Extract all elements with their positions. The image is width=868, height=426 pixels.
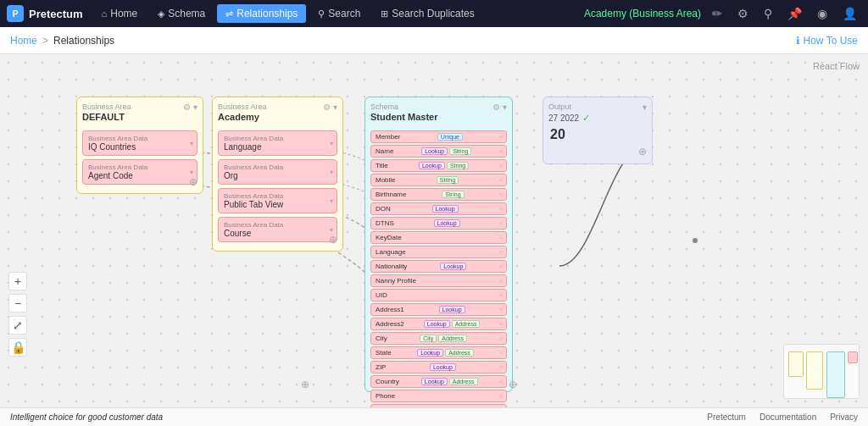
entity-label: Business Area Data <box>88 135 192 142</box>
schema-bottom-expand[interactable]: ⊕ <box>509 379 517 390</box>
field-address1[interactable]: Address1 Lookup › <box>370 303 507 316</box>
duplicates-icon: ⊞ <box>381 8 388 19</box>
entity-arrow: ▾ <box>190 169 193 176</box>
zoom-out-button[interactable]: − <box>8 294 27 313</box>
settings-icon[interactable]: ⚙ <box>733 5 753 22</box>
nav-search[interactable]: ⚲ Search <box>309 4 369 23</box>
output-number: 20 <box>550 127 647 142</box>
field-country[interactable]: Country LookupAddress › <box>370 375 507 388</box>
ba-default-settings[interactable]: ⚙ <box>183 102 191 112</box>
ba-default-collapse[interactable]: ⊕ <box>189 176 198 188</box>
how-to-use-link[interactable]: ℹ How To Use <box>796 35 858 47</box>
top-navigation: P Pretectum ⌂ Home ◈ Schema ⇌ Relationsh… <box>0 0 868 27</box>
field-state[interactable]: State LookupAddress › <box>370 346 507 359</box>
output-expand[interactable]: ⊕ <box>638 146 647 158</box>
field-name[interactable]: Name LookupString › <box>370 145 507 158</box>
field-don[interactable]: DON Lookup › <box>370 202 507 215</box>
entity-arrow: ▾ <box>190 140 193 147</box>
entity-org[interactable]: Business Area Data Org ▾ <box>218 159 337 185</box>
schema-student-master: Schema Student Master ⚙ ▾ Member Unique … <box>364 97 513 392</box>
breadcrumb-current: Relationships <box>53 35 114 47</box>
circle-icon[interactable]: ◉ <box>813 5 832 22</box>
breadcrumb-home[interactable]: Home <box>10 35 37 47</box>
nav-home[interactable]: ⌂ Home <box>93 4 147 23</box>
breadcrumb-bar: Home > Relationships ℹ How To Use <box>0 27 868 54</box>
entity-language[interactable]: Business Area Data Language ▾ <box>218 130 337 156</box>
schema-icon: ◈ <box>158 8 164 19</box>
output-menu[interactable]: ▾ <box>643 102 647 112</box>
ba-academy-settings[interactable]: ⚙ <box>323 102 331 112</box>
zoom-in-button[interactable]: + <box>8 272 27 290</box>
minimap-node-default <box>788 351 804 377</box>
logo-icon: P <box>7 5 24 22</box>
field-nationality[interactable]: Nationality Lookup › <box>370 260 507 273</box>
ba-default-menu[interactable]: ▾ <box>193 102 198 112</box>
search-nav-icon[interactable]: ⚲ <box>760 5 776 22</box>
field-address2[interactable]: Address2 LookupAddress › <box>370 318 507 330</box>
nav-relationships[interactable]: ⇌ Relationships <box>217 4 306 23</box>
breadcrumb-separator: > <box>42 35 48 47</box>
ba-academy-menu[interactable]: ▾ <box>333 102 337 112</box>
footer-tagline: Intelligent choice for good customer dat… <box>10 412 163 422</box>
footer: Intelligent choice for good customer dat… <box>0 407 868 426</box>
output-date: 27 2022 <box>548 113 579 123</box>
user-icon[interactable]: 👤 <box>838 5 861 22</box>
schema-settings[interactable]: ⚙ <box>492 102 500 112</box>
search-icon: ⚲ <box>318 8 325 19</box>
ba-default-label: Business Area <box>82 102 131 111</box>
field-email[interactable]: Email › <box>370 404 507 407</box>
field-member[interactable]: Member Unique › <box>370 130 507 143</box>
footer-links: Pretectum Documentation Privacy <box>707 412 858 422</box>
field-keydate[interactable]: KeyDate › <box>370 231 507 244</box>
help-icon: ℹ <box>796 35 800 47</box>
field-city[interactable]: City CityAddress › <box>370 332 507 345</box>
canvas-area[interactable]: React Flow Business Area DEFAULT ⚙ ▾ Bus… <box>0 54 868 407</box>
ba-academy-box: Business Area Academy ⚙ ▾ Business Area … <box>212 97 343 252</box>
footer-documentation[interactable]: Documentation <box>760 412 816 422</box>
entity-iq-countries[interactable]: Business Area Data IQ Countries ▾ <box>82 130 198 156</box>
edit-icon[interactable]: ✏ <box>708 5 726 22</box>
canvas-toolbar: + − ⤢ 🔒 <box>8 272 27 357</box>
schema-label: Schema <box>370 102 437 111</box>
nav-right: Academy (Business Area) ✏ ⚙ ⚲ 📌 ◉ 👤 <box>584 5 861 22</box>
field-mobile[interactable]: Mobile String › <box>370 174 507 186</box>
ba-academy-name: Academy <box>218 112 267 122</box>
entity-label: Business Area Data <box>88 163 192 171</box>
schema-menu[interactable]: ▾ <box>503 102 507 112</box>
react-flow-label: React Flow <box>813 61 860 71</box>
svg-point-0 <box>693 238 698 243</box>
field-language[interactable]: Language › <box>370 246 507 258</box>
business-area-label: Academy (Business Area) <box>584 8 701 19</box>
field-zip[interactable]: ZIP Lookup › <box>370 361 507 373</box>
nav-schema[interactable]: ◈ Schema <box>149 4 214 23</box>
field-birthname[interactable]: Birthname String › <box>370 188 507 201</box>
field-phone[interactable]: Phone › <box>370 390 507 402</box>
field-uid[interactable]: UID › <box>370 289 507 302</box>
ba-academy-collapse[interactable]: ⊕ <box>329 234 337 246</box>
entity-name: Agent Code <box>88 171 192 180</box>
entity-course[interactable]: Business Area Data Course ▾ <box>218 217 337 242</box>
field-title[interactable]: Title LookupString › <box>370 159 507 172</box>
nav-search-duplicates[interactable]: ⊞ Search Duplicates <box>372 4 482 23</box>
entity-public-tab-view[interactable]: Business Area Data Public Tab View ▾ <box>218 188 337 213</box>
entity-name: IQ Countries <box>88 142 192 152</box>
ba-default-name: DEFAULT <box>82 112 131 122</box>
logo-text: Pretectum <box>29 8 83 20</box>
footer-privacy[interactable]: Privacy <box>830 412 858 422</box>
field-dtns[interactable]: DTNS Lookup › <box>370 217 507 230</box>
logo[interactable]: P Pretectum <box>7 5 83 22</box>
minimap <box>783 344 860 399</box>
ba-default-box: Business Area DEFAULT ⚙ ▾ Business Area … <box>76 97 203 194</box>
entity-agent-code[interactable]: Business Area Data Agent Code ▾ <box>82 159 198 185</box>
field-nanny-profile[interactable]: Nanny Profile › <box>370 274 507 287</box>
output-label: Output <box>548 102 590 111</box>
pin-icon[interactable]: 📌 <box>783 5 806 22</box>
breadcrumb: Home > Relationships <box>10 35 114 47</box>
fit-button[interactable]: ⤢ <box>8 316 27 335</box>
ba-academy-bottom-expand[interactable]: ⊕ <box>301 379 309 390</box>
minimap-node-output <box>848 351 858 363</box>
lock-button[interactable]: 🔒 <box>8 338 27 357</box>
footer-pretectum[interactable]: Pretectum <box>707 412 746 422</box>
schema-name: Student Master <box>370 112 437 122</box>
home-icon: ⌂ <box>102 8 108 19</box>
